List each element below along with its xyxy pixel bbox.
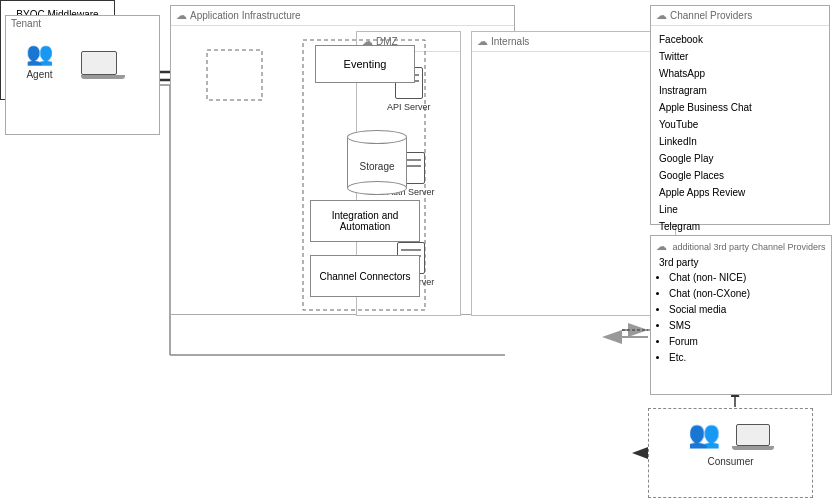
connectors-label: Channel Connectors — [319, 271, 410, 282]
app-infra-title: Application Infrastructure — [190, 10, 301, 21]
internals-box: ☁ Internals — [471, 31, 676, 316]
channel-item: Apple Business Chat — [659, 99, 821, 116]
cloud-icon-internals: ☁ — [477, 35, 488, 48]
integration-box: Integration and Automation — [310, 200, 420, 242]
third-party-title: additional 3rd party Channel Providers — [673, 242, 826, 252]
storage-cylinder: Storage — [347, 135, 407, 190]
agent-person-icon: 👥 — [26, 41, 53, 67]
cloud-icon-infra: ☁ — [176, 9, 187, 22]
eventing-label: Eventing — [344, 58, 387, 70]
channel-item: Twitter — [659, 48, 821, 65]
channel-item: WhatsApp — [659, 65, 821, 82]
app-infra-header: ☁ Application Infrastructure — [171, 6, 514, 26]
laptop-screen — [81, 51, 117, 75]
tenant-title: Tenant — [11, 18, 41, 29]
channel-item: Facebook — [659, 31, 821, 48]
third-party-item: Chat (non-CXone) — [669, 286, 831, 302]
cloud-icon-providers: ☁ — [656, 9, 667, 22]
channel-item: Apple Apps Review — [659, 184, 821, 201]
third-party-list: Chat (non- NICE)Chat (non-CXone)Social m… — [651, 270, 831, 366]
agent-icon: 👥 Agent — [26, 41, 53, 80]
storage-box: Storage — [342, 125, 412, 200]
diagram-container: Tenant 👥 Agent ☁ Application Infrastruct… — [0, 0, 838, 501]
third-party-item: SMS — [669, 318, 831, 334]
laptop-icon — [81, 51, 125, 79]
api-server-label: API Server — [387, 102, 431, 112]
third-party-item: Etc. — [669, 350, 831, 366]
channel-item: Google Places — [659, 167, 821, 184]
channel-item: Instragram — [659, 82, 821, 99]
agent-label: Agent — [26, 69, 52, 80]
cloud-icon-3rdparty: ☁ — [656, 240, 667, 253]
third-party-item: Chat (non- NICE) — [669, 270, 831, 286]
third-party-box: ☁ additional 3rd party Channel Providers… — [650, 235, 832, 395]
channel-item: YouTube — [659, 116, 821, 133]
consumer-people-row: 👥 — [649, 409, 812, 450]
consumer-label: Consumer — [649, 456, 812, 467]
internals-header: ☁ Internals — [472, 32, 675, 52]
third-party-header: ☁ additional 3rd party Channel Providers — [651, 236, 831, 255]
channel-list: FacebookTwitterWhatsAppInstragramApple B… — [651, 26, 829, 240]
third-party-item: Social media — [669, 302, 831, 318]
channel-providers-title: Channel Providers — [670, 10, 752, 21]
consumer-person-icon: 👥 — [688, 419, 720, 450]
channel-item: LinkedIn — [659, 133, 821, 150]
channel-item: Google Play — [659, 150, 821, 167]
channel-providers-header: ☁ Channel Providers — [651, 6, 829, 26]
consumer-box: 👥 Consumer — [648, 408, 813, 498]
channel-item: Line — [659, 201, 821, 218]
integration-label: Integration and Automation — [313, 210, 417, 232]
storage-label: Storage — [359, 161, 394, 172]
channel-item: Telegram — [659, 218, 821, 235]
internals-title: Internals — [491, 36, 529, 47]
third-party-sublabel: 3rd party — [651, 255, 831, 270]
tenant-box: Tenant 👥 Agent — [5, 15, 160, 135]
third-party-item: Forum — [669, 334, 831, 350]
connectors-box: Channel Connectors — [310, 255, 420, 297]
channel-providers-box: ☁ Channel Providers FacebookTwitterWhats… — [650, 5, 830, 225]
eventing-box: Eventing — [315, 45, 415, 83]
laptop-base — [81, 75, 125, 79]
